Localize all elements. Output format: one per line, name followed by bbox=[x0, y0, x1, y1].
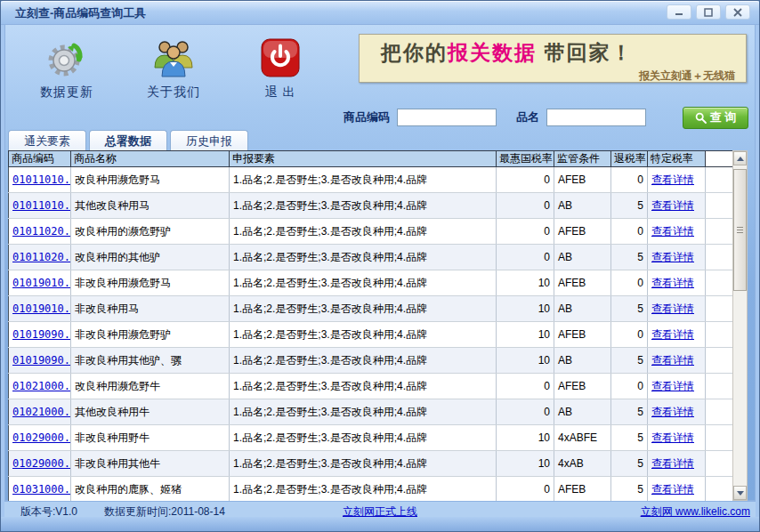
mfn-rate-cell: 10 bbox=[497, 348, 554, 374]
view-detail-link[interactable]: 查看详情 bbox=[651, 173, 694, 186]
commodity-code-link[interactable]: 01021000.90 bbox=[12, 406, 71, 418]
supervision-condition-cell: AB bbox=[554, 245, 611, 270]
commodity-code-link[interactable]: 01021000.10 bbox=[12, 380, 71, 392]
filler-cell bbox=[706, 245, 733, 270]
exit-label: 退 出 bbox=[265, 85, 296, 101]
mfn-rate-cell: 10 bbox=[497, 296, 554, 322]
commodity-name-cell: 改良种用的其他驴 bbox=[71, 245, 230, 270]
supervision-condition-cell: AB bbox=[554, 193, 611, 219]
close-button[interactable] bbox=[725, 4, 750, 20]
query-button-label: 查 询 bbox=[710, 109, 737, 125]
commodity-code-link[interactable]: 01011020.10 bbox=[12, 225, 71, 238]
supervision-condition-cell: AFEB bbox=[554, 477, 611, 503]
view-detail-link[interactable]: 查看详情 bbox=[651, 328, 694, 341]
commodity-code-link[interactable]: 01019010.10 bbox=[12, 277, 71, 289]
rebate-rate-cell: 0 bbox=[611, 322, 648, 348]
maximize-button[interactable] bbox=[696, 4, 721, 20]
commodity-code-link[interactable]: 01011010.90 bbox=[12, 199, 71, 212]
tab-history-declaration[interactable]: 历史申报 bbox=[170, 130, 248, 151]
commodity-code-link[interactable]: 01011010.10 bbox=[12, 173, 71, 186]
declaration-elements-cell: 1.品名;2.是否野生;3.是否改良种用;4.品牌 bbox=[230, 348, 497, 374]
tab-general-admin-data[interactable]: 总署数据 bbox=[89, 130, 167, 151]
exit-button[interactable]: 退 出 bbox=[239, 36, 321, 101]
view-detail-link[interactable]: 查看详情 bbox=[651, 354, 694, 367]
commodity-code-link[interactable]: 01029000.10 bbox=[12, 431, 71, 444]
view-detail-link[interactable]: 查看详情 bbox=[651, 431, 694, 444]
mfn-rate-cell: 0 bbox=[497, 374, 554, 399]
view-detail-link[interactable]: 查看详情 bbox=[651, 277, 694, 289]
update-gear-icon bbox=[46, 36, 87, 79]
header-declaration-elements: 申报要素 bbox=[230, 151, 497, 167]
commodity-code-link[interactable]: 01019090.90 bbox=[12, 354, 71, 367]
query-button[interactable]: 查 询 bbox=[683, 107, 748, 129]
product-name-label: 品名 bbox=[516, 109, 539, 125]
filler-cell bbox=[706, 348, 733, 374]
table-row: 01019010.90 非改良种用马 1.品名;2.是否野生;3.是否改良种用;… bbox=[9, 296, 733, 322]
scroll-down-button[interactable] bbox=[733, 486, 747, 500]
arrow-up-icon bbox=[737, 157, 744, 161]
rebate-rate-cell: 5 bbox=[611, 296, 648, 322]
results-table: 商品编码 商品名称 申报要素 最惠国税率 监管条件 退税率 特定税率 01011… bbox=[8, 150, 733, 503]
commodity-name-cell: 非改良种用濒危野驴 bbox=[71, 322, 230, 348]
about-us-label: 关于我们 bbox=[147, 85, 200, 101]
declaration-elements-cell: 1.品名;2.是否野生;3.是否改良种用;4.品牌 bbox=[230, 219, 497, 245]
commodity-name-cell: 非改良种用马 bbox=[71, 296, 230, 322]
declaration-elements-cell: 1.品名;2.是否野生;3.是否改良种用;4.品牌 bbox=[230, 296, 497, 322]
rebate-rate-cell: 0 bbox=[611, 270, 648, 296]
supervision-condition-cell: AB bbox=[554, 399, 611, 425]
supervision-condition-cell: AFEB bbox=[554, 270, 611, 296]
rebate-rate-cell: 5 bbox=[611, 193, 648, 219]
minimize-icon bbox=[675, 8, 683, 16]
commodity-name-cell: 非改良种用濒危野马 bbox=[71, 270, 230, 296]
header-commodity-name: 商品名称 bbox=[71, 151, 230, 167]
commodity-code-link[interactable]: 01011020.90 bbox=[12, 251, 71, 263]
view-detail-link[interactable]: 查看详情 bbox=[651, 225, 694, 238]
commodity-name-cell: 其他改良种用马 bbox=[71, 193, 230, 219]
scroll-up-button[interactable] bbox=[733, 151, 747, 165]
maximize-icon bbox=[704, 8, 713, 17]
scrollbar-thumb[interactable] bbox=[733, 169, 747, 291]
update-data-label: 数据更新 bbox=[40, 85, 93, 101]
view-detail-link[interactable]: 查看详情 bbox=[651, 406, 694, 418]
view-detail-link[interactable]: 查看详情 bbox=[651, 199, 694, 212]
declaration-elements-cell: 1.品名;2.是否野生;3.是否改良种用;4.品牌 bbox=[230, 374, 497, 399]
view-detail-link[interactable]: 查看详情 bbox=[651, 302, 694, 315]
rebate-rate-cell: 0 bbox=[611, 374, 648, 399]
supervision-condition-cell: AFEB bbox=[554, 167, 611, 193]
header-commodity-code: 商品编码 bbox=[9, 151, 71, 167]
view-detail-link[interactable]: 查看详情 bbox=[651, 251, 694, 263]
view-detail-link[interactable]: 查看详情 bbox=[651, 457, 694, 470]
about-people-icon bbox=[152, 36, 195, 79]
declaration-elements-cell: 1.品名;2.是否野生;3.是否改良种用;4.品牌 bbox=[230, 167, 497, 193]
commodity-code-link[interactable]: 01019010.90 bbox=[12, 302, 71, 315]
product-name-input[interactable] bbox=[546, 109, 646, 126]
vertical-scrollbar[interactable] bbox=[732, 150, 748, 501]
app-window: 立刻查-商品编码查询工具 bbox=[0, 0, 760, 532]
header-mfn-rate: 最惠国税率 bbox=[497, 151, 554, 167]
mfn-rate-cell: 0 bbox=[497, 399, 554, 425]
title-bar[interactable]: 立刻查-商品编码查询工具 bbox=[1, 1, 759, 25]
commodity-code-input[interactable] bbox=[397, 109, 497, 126]
declaration-elements-cell: 1.品名;2.是否野生;3.是否改良种用;4.品牌 bbox=[230, 451, 497, 477]
view-detail-link[interactable]: 查看详情 bbox=[651, 483, 694, 496]
ad-banner[interactable]: 把你的报关数据 带回家！ 报关立刻通＋无线猫 bbox=[359, 34, 747, 83]
commodity-code-label: 商品编码 bbox=[344, 109, 390, 125]
view-detail-link[interactable]: 查看详情 bbox=[651, 380, 694, 392]
minimize-button[interactable] bbox=[667, 4, 691, 20]
about-us-button[interactable]: 关于我们 bbox=[133, 36, 214, 101]
filler-cell bbox=[706, 399, 733, 425]
site-launch-link[interactable]: 立刻网正式上线 bbox=[343, 505, 417, 518]
commodity-code-link[interactable]: 01029000.90 bbox=[12, 457, 71, 470]
rebate-rate-cell: 5 bbox=[611, 399, 648, 425]
declaration-elements-cell: 1.品名;2.是否野生;3.是否改良种用;4.品牌 bbox=[230, 477, 497, 503]
rebate-rate-cell: 5 bbox=[611, 348, 648, 374]
commodity-code-link[interactable]: 01019090.10 bbox=[12, 328, 71, 341]
commodity-code-link[interactable]: 01031000.10 bbox=[12, 483, 71, 496]
rebate-rate-cell: 5 bbox=[611, 425, 648, 451]
table-row: 01019090.90 非改良种用其他驴、骡 1.品名;2.是否野生;3.是否改… bbox=[9, 348, 733, 374]
website-link[interactable]: 立刻网 www.likelic.com bbox=[641, 505, 750, 518]
commodity-name-cell: 其他改良种用牛 bbox=[71, 399, 230, 425]
tab-customs-elements[interactable]: 通关要素 bbox=[8, 130, 86, 151]
rebate-rate-cell: 0 bbox=[611, 219, 648, 245]
update-data-button[interactable]: 数据更新 bbox=[26, 36, 108, 101]
